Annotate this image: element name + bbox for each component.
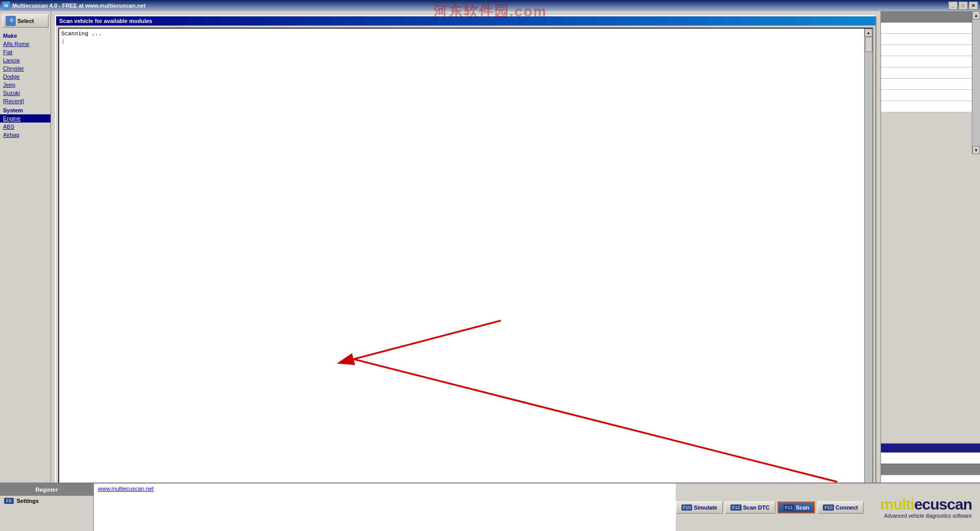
select-label: Select	[17, 18, 34, 24]
settings-row[interactable]: F9 Settings	[0, 496, 93, 506]
close-button[interactable]: ✕	[969, 2, 978, 10]
right-blue-bar	[881, 443, 980, 452]
connect-label: Connect	[836, 504, 858, 511]
scroll-thumb[interactable]	[865, 37, 872, 52]
app-icon: M	[2, 2, 10, 10]
sidebar-item-dodge[interactable]: Dodge	[0, 73, 51, 81]
bottom-area: Register F9 Settings www.multiecuscan.ne…	[0, 482, 980, 531]
scan-label: Scan	[796, 504, 809, 511]
sidebar-item-lancia[interactable]: Lancia	[0, 56, 51, 64]
left-bottom: Register F9 Settings	[0, 484, 94, 531]
select-button[interactable]: 🔎 Select	[2, 14, 48, 28]
bottom-buttons: F10 Simulate F12 Scan DTC F11 Scan F10 C…	[676, 484, 868, 531]
scan-dialog-title: Scan vehicle for available modules	[59, 18, 152, 24]
make-section-label: Make	[0, 32, 51, 40]
main-layout: 🔎 Select Make Alfa Rome Fiat Lancia Chry…	[0, 11, 980, 531]
sidebar-item-chrysler[interactable]: Chrysler	[0, 64, 51, 73]
right-scroll-down[interactable]: ▼	[972, 146, 980, 154]
left-sidebar: 🔎 Select Make Alfa Rome Fiat Lancia Chry…	[0, 11, 51, 531]
right-header-1	[881, 11, 980, 22]
scan-button[interactable]: F11 Scan	[777, 501, 816, 514]
right-row-3	[881, 45, 980, 56]
right-sidebar: ▲ ▼	[880, 11, 980, 531]
window-controls: _ □ ✕	[948, 2, 978, 10]
scan-log-area: Scanning ... | ▲	[58, 28, 873, 501]
website-link[interactable]: www.multiecuscan.net	[98, 486, 154, 492]
select-icon: 🔎	[6, 16, 16, 26]
footer-area: www.multiecuscan.net	[94, 484, 676, 531]
right-scrollbar[interactable]: ▲ ▼	[972, 11, 980, 154]
bottom-buttons-row: F10 Simulate F12 Scan DTC F11 Scan F10 C…	[676, 501, 864, 514]
right-bottom-row-1	[881, 452, 980, 464]
sidebar-item-alfa-romeo[interactable]: Alfa Rome	[0, 40, 51, 48]
f9-badge: F9	[4, 498, 14, 504]
right-bottom-gray	[881, 464, 980, 475]
system-section-label: System	[0, 106, 51, 114]
right-row-4	[881, 56, 980, 67]
right-row-7	[881, 90, 980, 101]
right-row-2	[881, 34, 980, 45]
settings-label: Settings	[17, 498, 39, 504]
logo-text: multiecuscan	[880, 496, 972, 513]
simulate-label: Simulate	[694, 504, 717, 511]
scan-dtc-label: Scan DTC	[743, 504, 770, 511]
footer-row: www.multiecuscan.net	[94, 484, 676, 494]
simulate-button[interactable]: F10 Simulate	[676, 501, 723, 514]
connect-button[interactable]: F10 Connect	[817, 501, 864, 514]
scan-dialog-titlebar: Scan vehicle for available modules	[56, 16, 875, 26]
scan-dtc-key: F12	[730, 504, 742, 511]
scroll-up-button[interactable]: ▲	[865, 29, 872, 37]
sidebar-item-suzuki[interactable]: Suzuki	[0, 89, 51, 97]
sidebar-item-recent[interactable]: [Recent]	[0, 97, 51, 105]
scroll-track	[865, 37, 872, 492]
logo-sub: Advanced vehicle diagnostics software	[884, 513, 972, 519]
scan-log-text: Scanning ...	[61, 31, 870, 37]
center-content: Scan vehicle for available modules Scann…	[51, 11, 880, 531]
logo-ecu: ecuscan	[914, 496, 972, 513]
title-bar: M Multiecuscan 4.0 - FREE at www.multiec…	[0, 0, 980, 11]
app-title: Multiecuscan 4.0 - FREE at www.multiecus…	[12, 3, 948, 9]
scan-dialog: Scan vehicle for available modules Scann…	[55, 15, 876, 517]
right-row-1	[881, 22, 980, 34]
right-row-6	[881, 79, 980, 90]
minimize-button[interactable]: _	[948, 2, 958, 10]
right-row-8	[881, 101, 980, 112]
sidebar-item-airbag[interactable]: Airbag	[0, 131, 51, 139]
log-scrollbar[interactable]: ▲ ▼	[864, 29, 872, 500]
sidebar-item-fiat[interactable]: Fiat	[0, 48, 51, 56]
right-scroll-track	[972, 19, 980, 146]
logo-area: multiecuscan Advanced vehicle diagnostic…	[868, 484, 980, 531]
maximize-button[interactable]: □	[959, 2, 968, 10]
scan-dialog-body: Scanning ... | ▲	[56, 26, 875, 516]
right-scroll-up[interactable]: ▲	[972, 11, 980, 19]
svg-line-1	[354, 321, 501, 359]
scan-dtc-button[interactable]: F12 Scan DTC	[725, 501, 775, 514]
simulate-key: F10	[681, 504, 693, 511]
register-button[interactable]: Register	[0, 484, 93, 496]
right-row-5	[881, 67, 980, 79]
sidebar-item-abs[interactable]: ABS	[0, 123, 51, 131]
sidebar-item-jeep[interactable]: Jeep	[0, 81, 51, 89]
scan-key: F11	[783, 504, 795, 511]
connect-key: F10	[823, 504, 834, 511]
logo-multi: multi	[880, 496, 914, 513]
sidebar-item-engine[interactable]: Engine	[0, 114, 51, 123]
svg-line-2	[354, 359, 838, 481]
right-spacer	[881, 112, 980, 443]
